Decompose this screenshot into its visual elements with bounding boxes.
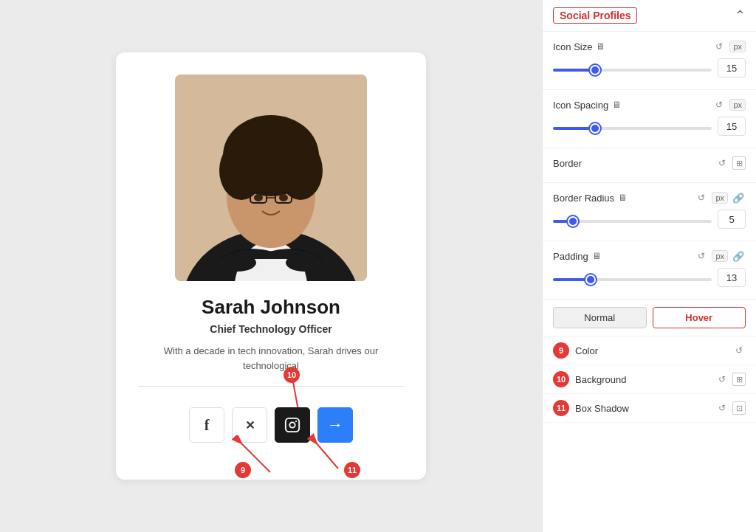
border-radius-row: Border Radius 🖥 ↺ px 🔗 (553, 190, 746, 205)
icon-spacing-row: Icon Spacing 🖥 ↺ px (553, 97, 746, 112)
icon-size-label: Icon Size 🖥 (553, 41, 605, 52)
icon-size-row: Icon Size 🖥 ↺ px (553, 39, 746, 54)
copy-background[interactable]: ⊞ (732, 373, 746, 386)
instagram-btn[interactable] (275, 407, 310, 443)
svg-point-14 (219, 254, 256, 272)
border-section: Border ↺ ⊞ (543, 148, 756, 183)
padding-row: Padding 🖥 ↺ px 🔗 (553, 249, 746, 263)
box-shadow-row: 11 Box Shadow ↺ ⊡ (543, 394, 756, 423)
color-label-wrap: 9 Color (553, 342, 598, 359)
border-radius-value: 5 (718, 210, 746, 229)
normal-hover-tabs: Normal Hover (543, 300, 756, 336)
collapse-btn[interactable]: ⌃ (735, 7, 746, 24)
border-radius-section: Border Radius 🖥 ↺ px 🔗 5 (543, 183, 756, 241)
icon-spacing-label: Icon Spacing 🖥 (553, 100, 621, 111)
icon-spacing-slider[interactable] (553, 127, 712, 130)
reset-border[interactable]: ↺ (715, 156, 729, 170)
padding-controls: ↺ px 🔗 (694, 249, 746, 263)
color-controls: ↺ (732, 344, 746, 357)
border-label: Border (553, 158, 582, 169)
link-padding[interactable]: 🔗 (731, 249, 746, 263)
icon-spacing-slider-wrap (553, 120, 712, 133)
profile-card: Sarah Johnson Chief Technology Officer W… (116, 52, 426, 480)
border-row: Border ↺ ⊞ (553, 156, 746, 170)
padding-slider-row: 13 (553, 268, 746, 287)
icon-size-unit[interactable]: px (729, 41, 746, 52)
background-controls: ↺ ⊞ (715, 373, 746, 386)
link-border-radius[interactable]: 🔗 (731, 190, 746, 205)
icon-spacing-controls: ↺ px (712, 97, 746, 112)
svg-point-12 (254, 194, 263, 201)
icon-spacing-section: Icon Spacing 🖥 ↺ px 15 (543, 90, 756, 148)
facebook-btn[interactable]: f (189, 407, 224, 443)
padding-slider-wrap (553, 271, 712, 284)
tab-normal[interactable]: Normal (553, 307, 647, 328)
card-bio: With a decade in tech innovation, Sarah … (138, 344, 404, 373)
icon-size-slider-row: 15 (553, 58, 746, 77)
color-row: 9 Color ↺ (543, 336, 756, 365)
color-badge: 9 (553, 342, 569, 359)
panel-header: Social Profiles ⌃ (543, 0, 756, 32)
panel-title: Social Profiles (553, 7, 637, 24)
icon-size-section: Icon Size 🖥 ↺ px 15 (543, 32, 756, 90)
copy-box-shadow[interactable]: ⊡ (732, 401, 746, 415)
svg-point-15 (286, 254, 323, 272)
border-radius-label: Border Radius 🖥 (553, 193, 627, 204)
monitor-icon-radius: 🖥 (618, 193, 627, 203)
monitor-icon-size: 🖥 (596, 41, 605, 52)
twitter-btn[interactable]: ✕ (232, 407, 267, 443)
background-badge: 10 (553, 371, 569, 387)
monitor-icon-spacing: 🖥 (612, 100, 621, 110)
social-icons-area: 10 f ✕ (174, 400, 368, 457)
icon-spacing-value: 15 (718, 117, 746, 136)
svg-point-13 (279, 194, 288, 201)
icon-size-slider[interactable] (553, 69, 712, 72)
copy-border[interactable]: ⊞ (732, 156, 746, 170)
annotation-badge-9: 9 (235, 462, 251, 478)
svg-point-17 (289, 422, 295, 427)
reset-color[interactable]: ↺ (732, 344, 746, 357)
reset-padding[interactable]: ↺ (694, 249, 709, 263)
box-shadow-label: Box Shadow (575, 403, 629, 414)
border-controls: ↺ ⊞ (715, 156, 746, 170)
reset-background[interactable]: ↺ (715, 373, 729, 386)
card-divider (138, 386, 404, 387)
box-shadow-controls: ↺ ⊡ (715, 401, 746, 415)
background-row: 10 Background ↺ ⊞ (543, 365, 756, 394)
icon-spacing-slider-row: 15 (553, 117, 746, 136)
border-radius-unit[interactable]: px (712, 192, 728, 204)
box-shadow-badge: 11 (553, 400, 569, 416)
arrow-btn[interactable]: → (317, 407, 353, 443)
reset-border-radius[interactable]: ↺ (694, 190, 709, 205)
preview-area: Sarah Johnson Chief Technology Officer W… (0, 0, 542, 532)
padding-unit[interactable]: px (712, 250, 728, 262)
border-radius-controls: ↺ px 🔗 (694, 190, 746, 205)
avatar (175, 75, 367, 281)
annotation-badge-11: 11 (344, 462, 360, 478)
reset-icon-spacing[interactable]: ↺ (712, 97, 726, 112)
background-label-wrap: 10 Background (553, 371, 626, 387)
annotation-badge-10: 10 (284, 367, 300, 383)
padding-label: Padding 🖥 (553, 251, 601, 262)
monitor-icon-padding: 🖥 (592, 251, 601, 261)
reset-box-shadow[interactable]: ↺ (715, 401, 729, 415)
social-icons-list: f ✕ → (189, 407, 353, 443)
tab-hover[interactable]: Hover (653, 307, 746, 328)
icon-spacing-unit[interactable]: px (729, 99, 746, 111)
reset-icon-size[interactable]: ↺ (712, 39, 726, 54)
padding-slider[interactable] (553, 278, 712, 281)
background-label: Background (575, 374, 626, 385)
border-radius-slider-row: 5 (553, 210, 746, 229)
box-shadow-label-wrap: 11 Box Shadow (553, 400, 629, 416)
icon-size-value: 15 (718, 58, 746, 77)
padding-value: 13 (718, 268, 746, 287)
icon-size-controls: ↺ px (712, 39, 746, 54)
card-job-title: Chief Technology Officer (210, 323, 331, 335)
svg-rect-16 (286, 418, 299, 432)
svg-point-18 (295, 421, 297, 422)
card-name: Sarah Johnson (202, 296, 340, 319)
color-label: Color (575, 345, 598, 356)
svg-point-8 (230, 119, 312, 170)
border-radius-slider-wrap (553, 213, 712, 226)
border-radius-slider[interactable] (553, 220, 712, 223)
